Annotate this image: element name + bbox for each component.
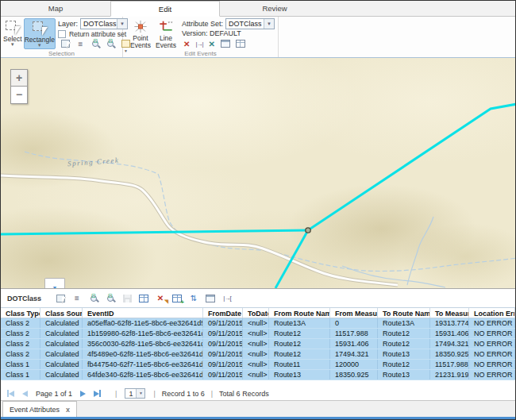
pan-to-selection-icon[interactable]: ⊡ — [102, 292, 118, 305]
pan-to-selection-icon[interactable]: ⊡ — [105, 38, 117, 49]
table-row[interactable]: Class 2Calculated1b159980-62f8-11e5-8bc6… — [1, 329, 515, 339]
split-event-icon[interactable]: ✕ — [183, 40, 190, 48]
table-cell[interactable]: NO ERROR — [469, 318, 515, 328]
last-page-icon[interactable] — [94, 390, 101, 397]
column-header[interactable]: From Route Name — [269, 308, 330, 318]
column-header[interactable]: Location Error — [469, 308, 515, 318]
zoom-in-button[interactable]: + — [10, 69, 28, 87]
table-cell[interactable]: Class 2 — [1, 329, 40, 338]
tab-map[interactable]: Map — [1, 1, 110, 16]
zoom-to-selection-icon[interactable]: ⊡ — [86, 292, 102, 305]
table-row[interactable]: Class 2Calculated356c0030-62f8-11e5-8bc6… — [1, 339, 515, 349]
table-cell[interactable]: 18350.925 — [430, 349, 469, 359]
table-cell[interactable]: 09/11/2015 — [203, 318, 243, 328]
route-event-west[interactable] — [1, 230, 308, 234]
table-cell[interactable]: Route13 — [378, 370, 430, 380]
delete-selected-icon[interactable]: ✕◥ — [152, 292, 168, 305]
column-header[interactable]: EventID — [83, 308, 203, 318]
table-cell[interactable]: 15931.406 — [330, 339, 378, 349]
table-cell[interactable]: Class 2 — [1, 318, 40, 328]
map-view[interactable]: Spring Creek + − ▼ — [1, 58, 515, 288]
tab-edit[interactable]: Edit — [110, 1, 220, 17]
table-cell[interactable]: Class 1 — [1, 360, 40, 369]
table-cell[interactable]: Route12 — [269, 339, 330, 349]
table-row[interactable]: Class 1Calculatedfb447540-62f7-11e5-8bc6… — [1, 360, 515, 370]
table-cell[interactable]: <null> — [243, 339, 269, 349]
table-cell[interactable]: Route13 — [269, 370, 330, 380]
table-cell[interactable]: Route12 — [269, 349, 330, 359]
table-cell[interactable]: Class 1 — [1, 370, 40, 380]
table-cell[interactable]: Calculated — [40, 318, 83, 328]
table-cell[interactable]: 19313.774 — [430, 318, 469, 328]
point-events-button[interactable]: Point Events — [128, 18, 153, 49]
open-table-icon[interactable] — [136, 292, 152, 305]
return-attribute-set-checkbox[interactable] — [58, 30, 66, 38]
table-cell[interactable]: 4f5489e0-62f8-11e5-8bc6-ee32641d5ec9 — [83, 349, 203, 359]
table-cell[interactable]: 18350.925 — [330, 370, 378, 380]
table-cell[interactable]: <null> — [243, 360, 269, 369]
table-cell[interactable]: Calculated — [40, 339, 83, 349]
table-cell[interactable]: 17494.321 — [330, 349, 378, 359]
table-cell[interactable]: Calculated — [40, 360, 83, 369]
close-tab-icon[interactable]: x — [66, 406, 70, 414]
column-header[interactable]: ToDate — [243, 308, 269, 318]
selection-list-icon[interactable]: ≡ — [75, 38, 87, 49]
table-cell[interactable]: 15931.406 — [430, 329, 469, 338]
table-cell[interactable]: Route12 — [378, 339, 430, 349]
table-cell[interactable]: fb447540-62f7-11e5-8bc6-ee32641d5ec9 — [83, 360, 203, 369]
route-event-northeast[interactable] — [308, 104, 515, 230]
table-row[interactable]: Class 2Calculated4f5489e0-62f8-11e5-8bc6… — [1, 349, 515, 360]
table-cell[interactable]: 1b159980-62f8-11e5-8bc6-ee32641d5ec9 — [83, 329, 203, 338]
table-cell[interactable]: Class 2 — [1, 339, 40, 349]
zoom-to-selection-icon[interactable]: ⊡ — [90, 38, 102, 49]
attribute-window-icon[interactable] — [221, 40, 230, 48]
table-cell[interactable]: 11517.988 — [330, 329, 378, 338]
column-header[interactable]: From Measure — [330, 308, 378, 318]
table-cell[interactable]: Route13 — [378, 349, 430, 359]
line-events-button[interactable]: Line Events — [153, 18, 179, 49]
table-cell[interactable]: Route12 — [269, 329, 330, 338]
table-cell[interactable]: a05effa0-62f8-11e5-8bc6-ee32641d5ec9 — [83, 318, 203, 328]
show-form-icon[interactable] — [202, 292, 218, 305]
table-row[interactable]: Class 2Calculateda05effa0-62f8-11e5-8bc6… — [1, 318, 515, 329]
table-cell[interactable]: 0 — [330, 318, 378, 328]
event-attributes-tab[interactable]: Event Attributes x — [2, 401, 77, 417]
panel-collapse-button[interactable]: ▼ — [44, 278, 65, 288]
column-header[interactable]: Class Source — [40, 308, 83, 318]
merge-events-icon[interactable]: ✕ — [209, 40, 215, 48]
table-cell[interactable]: Calculated — [40, 349, 83, 359]
rectangle-tool-button[interactable]: Rectangle ▼ — [24, 18, 56, 49]
tab-review[interactable]: Review — [220, 1, 329, 16]
select-tool-button[interactable]: Select ▼ — [3, 18, 22, 49]
table-cell[interactable]: NO ERROR — [469, 360, 515, 369]
attribute-set-dropdown-icon[interactable]: ▼ — [264, 19, 274, 29]
table-cell[interactable]: Route12 — [378, 360, 430, 369]
table-cell[interactable]: Route13A — [378, 318, 430, 328]
table-cell[interactable]: NO ERROR — [469, 339, 515, 349]
sort-icon[interactable]: ⇅ — [186, 292, 202, 305]
set-measures-icon[interactable]: |→| — [195, 40, 202, 48]
table-cell[interactable]: 09/11/2015 — [203, 370, 243, 380]
column-header[interactable]: To Measure — [430, 308, 469, 318]
table-cell[interactable]: <null> — [243, 318, 269, 328]
attribute-table-icon[interactable] — [236, 40, 245, 48]
rectangle-tool-caret-icon[interactable]: ▼ — [37, 44, 42, 48]
options-menu-icon[interactable]: ≡ — [69, 292, 85, 305]
route-event-south[interactable] — [275, 230, 308, 288]
table-cell[interactable]: <null> — [243, 349, 269, 359]
select-tool-caret-icon[interactable]: ▼ — [10, 43, 15, 47]
table-cell[interactable]: <null> — [243, 329, 269, 338]
table-cell[interactable]: 09/11/2015 — [203, 349, 243, 359]
table-cell[interactable]: NO ERROR — [469, 370, 515, 380]
table-cell[interactable]: 09/11/2015 — [203, 360, 243, 369]
column-header[interactable]: FromDate — [203, 308, 243, 318]
table-cell[interactable]: Class 2 — [1, 349, 40, 359]
layer-combobox[interactable]: DOTClass ▼ — [80, 18, 128, 29]
table-cell[interactable]: Route13A — [269, 318, 330, 328]
table-cell[interactable]: 120000 — [330, 360, 378, 369]
first-page-icon[interactable] — [7, 390, 14, 397]
table-row[interactable]: Class 1Calculated64fde340-62f8-11e5-8bc6… — [1, 370, 515, 380]
route-junction-vertex[interactable] — [306, 228, 310, 233]
column-header[interactable]: To Route Name — [378, 308, 430, 318]
table-cell[interactable]: 17494.321 — [430, 339, 469, 349]
